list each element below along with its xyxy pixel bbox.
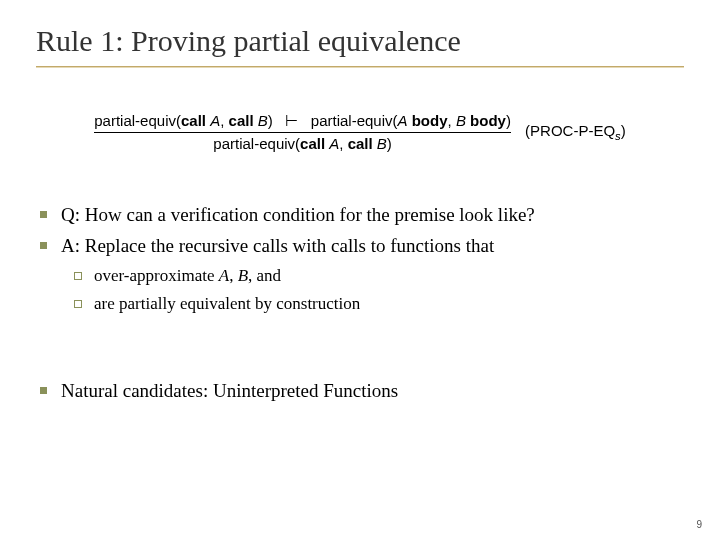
slide: Rule 1: Proving partial equivalence part…	[0, 0, 720, 540]
inference-rule: partial-equiv(call A, call B) ⊢ partial-…	[36, 112, 684, 152]
comma2: ,	[448, 112, 456, 129]
rule-premise: partial-equiv(call A, call B) ⊢ partial-…	[94, 112, 511, 130]
bullet-icon	[40, 211, 47, 218]
nat-pre: Natural candidates:	[61, 380, 213, 401]
call-kw-3: call	[300, 135, 325, 152]
sub1-pre: over-approximate	[94, 266, 219, 285]
bullet-question-text: Q: How can a verification condition for …	[61, 200, 535, 229]
spacer	[40, 320, 684, 376]
bullet-answer: A: Replace the recursive calls with call…	[40, 231, 684, 260]
bullet-icon	[40, 387, 47, 394]
call-kw-2: call	[229, 112, 254, 129]
rule-name: (PROC-P-EQs)	[525, 122, 626, 142]
rn-text: PROC-P-EQ	[530, 122, 615, 139]
subbullet-overapprox: over-approximate A, B, and	[74, 263, 684, 289]
sub2-mid: partially equivalent	[119, 294, 251, 313]
title-underline	[36, 66, 684, 68]
subbullet-icon	[74, 272, 82, 280]
rp: )	[268, 112, 273, 129]
rule-line	[94, 132, 511, 133]
subbullet-partial-equiv-text: are partially equivalent by construction	[94, 291, 360, 317]
bullet-question: Q: How can a verification condition for …	[40, 200, 684, 229]
nat-text: Uninterpreted Functions	[213, 380, 398, 401]
comma: ,	[220, 112, 228, 129]
slide-number: 9	[696, 519, 702, 530]
turnstile: ⊢	[285, 112, 298, 129]
sub1-sep2: ,	[248, 266, 257, 285]
bullet-natural-candidates-text: Natural candidates: Uninterpreted Functi…	[61, 376, 398, 405]
pe-label-3: partial-equiv	[213, 135, 295, 152]
sub1-A: A	[219, 266, 229, 285]
sub2-post: by construction	[251, 294, 361, 313]
rule-conclusion: partial-equiv(call A, call B)	[94, 135, 511, 152]
var-A-3: A	[329, 135, 339, 152]
bullet-answer-text: A: Replace the recursive calls with call…	[61, 231, 494, 260]
var-B-3: B	[377, 135, 387, 152]
bullets: Q: How can a verification condition for …	[40, 200, 684, 405]
pe-label-2: partial-equiv	[311, 112, 393, 129]
rule-fraction: partial-equiv(call A, call B) ⊢ partial-…	[94, 112, 511, 152]
sub2-pre: are	[94, 294, 119, 313]
rp3: )	[387, 135, 392, 152]
bullet-natural-candidates: Natural candidates: Uninterpreted Functi…	[40, 376, 684, 405]
rn-close: )	[621, 122, 626, 139]
call-kw: call	[181, 112, 206, 129]
var-A-2: A	[398, 112, 408, 129]
bullet-icon	[40, 242, 47, 249]
var-B-2: B	[456, 112, 466, 129]
body-kw-2: body	[470, 112, 506, 129]
comma3: ,	[339, 135, 347, 152]
slide-title: Rule 1: Proving partial equivalence	[36, 24, 684, 58]
sub1-B: B	[238, 266, 248, 285]
var-A: A	[210, 112, 220, 129]
call-kw-4: call	[348, 135, 373, 152]
subbullet-partial-equiv: are partially equivalent by construction	[74, 291, 684, 317]
sub1-post: and	[257, 266, 282, 285]
pe-label: partial-equiv	[94, 112, 176, 129]
rp2: )	[506, 112, 511, 129]
body-kw: body	[412, 112, 448, 129]
subbullet-overapprox-text: over-approximate A, B, and	[94, 263, 281, 289]
subbullet-icon	[74, 300, 82, 308]
sub1-sep: ,	[229, 266, 238, 285]
var-B: B	[258, 112, 268, 129]
